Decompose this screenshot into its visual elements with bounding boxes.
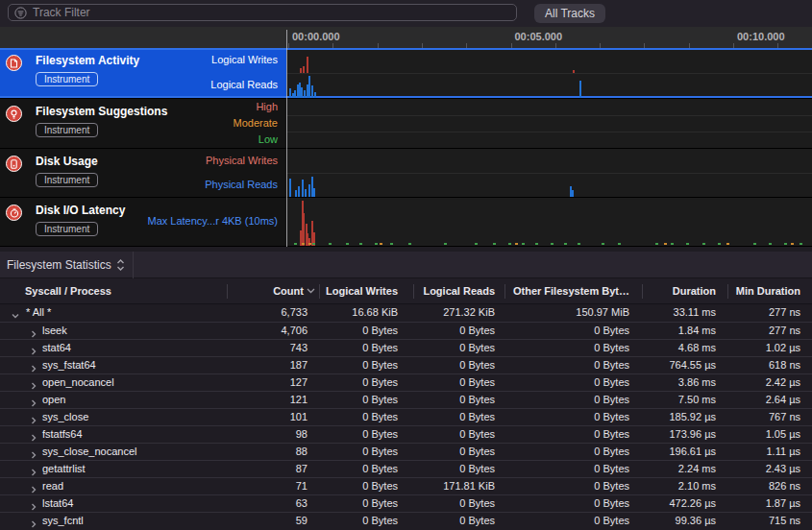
cell-logical-reads: 271.32 KiB — [413, 304, 495, 322]
column-header-logical-reads[interactable]: Logical Reads — [413, 278, 504, 304]
disclosure-expanded-icon[interactable] — [11, 307, 21, 318]
tracks-area: Filesystem ActivityInstrumentLogical Wri… — [0, 48, 812, 247]
suggestion-bulb-icon — [6, 106, 22, 122]
disclosure-collapsed-icon[interactable] — [29, 395, 39, 405]
syscall-name: lstat64 — [42, 495, 73, 513]
baseline-dot-green — [753, 243, 756, 245]
lane-label-low: Low — [258, 133, 278, 145]
baseline-dot-green — [535, 243, 538, 245]
table-row-lstat64[interactable]: lstat64630 Bytes0 Bytes0 Bytes472.26 µs1… — [0, 494, 812, 512]
table-row-lseek[interactable]: lseek4,7060 Bytes0 Bytes0 Bytes1.84 ms27… — [0, 322, 812, 339]
table-row--all-[interactable]: * All *6,73316.68 KiB271.32 KiB150.97 Mi… — [0, 304, 812, 322]
table-row-stat64[interactable]: stat647430 Bytes0 Bytes0 Bytes4.68 ms1.0… — [0, 339, 812, 356]
chart-spike — [313, 188, 315, 197]
cell-min-duration: 1.11 µs — [727, 444, 800, 461]
chart-spike — [302, 180, 304, 197]
cell-duration: 185.92 µs — [642, 409, 716, 426]
disclosure-collapsed-icon[interactable] — [29, 429, 39, 440]
table-row-open-nocancel[interactable]: open_nocancel1270 Bytes0 Bytes0 Bytes3.8… — [0, 373, 812, 391]
track-filesystem-activity[interactable]: Filesystem ActivityInstrumentLogical Wri… — [0, 48, 812, 99]
track-header[interactable]: Filesystem SuggestionsInstrumentHighMode… — [0, 99, 286, 148]
column-header-min-duration[interactable]: Min Duration — [727, 278, 812, 304]
cell-logical-reads: 0 Bytes — [413, 409, 495, 426]
disclosure-collapsed-icon[interactable] — [29, 325, 39, 336]
track-filter-placeholder: Track Filter — [33, 6, 90, 19]
table-row-fstatfs64[interactable]: fstatfs64980 Bytes0 Bytes0 Bytes173.96 µ… — [0, 425, 812, 443]
track-graph[interactable] — [286, 48, 812, 98]
cell-count: 187 — [227, 357, 308, 374]
detail-view-bar: Filesystem Statistics — [0, 252, 812, 278]
syscall-name: sys_fcntl — [42, 513, 84, 530]
cell-duration: 33.11 ms — [642, 304, 716, 322]
table-row-read[interactable]: read710 Bytes171.81 KiB0 Bytes2.10 ms826… — [0, 477, 812, 494]
track-disk-i-o-latency[interactable]: Disk I/O LatencyInstrumentMax Latency...… — [0, 198, 812, 247]
track-title: Filesystem Suggestions — [36, 105, 167, 118]
disclosure-collapsed-icon[interactable] — [29, 481, 39, 492]
disclosure-collapsed-icon[interactable] — [29, 412, 39, 422]
playhead-line — [286, 30, 287, 247]
cell-other-filesystem-byt-: 0 Bytes — [504, 340, 629, 357]
baseline-dot-green — [359, 243, 362, 245]
column-header-duration[interactable]: Duration — [642, 278, 727, 304]
baseline-dot-green — [718, 243, 721, 245]
detail-view-selector[interactable]: Filesystem Statistics — [7, 258, 111, 272]
table-row-open[interactable]: open1210 Bytes0 Bytes0 Bytes7.50 ms2.64 … — [0, 391, 812, 408]
cell-count: 98 — [227, 426, 308, 444]
track-filter-input[interactable]: Track Filter — [8, 4, 517, 21]
cell-other-filesystem-byt-: 0 Bytes — [504, 461, 629, 478]
baseline-dot-green — [769, 243, 772, 245]
lane-label-moderate: Moderate — [234, 117, 278, 129]
chart-spike — [305, 189, 307, 197]
ruler-time-label: 00:10.000 — [737, 31, 785, 42]
disclosure-collapsed-icon[interactable] — [29, 446, 39, 457]
table-row-sys-fstat64[interactable]: sys_fstat641870 Bytes0 Bytes0 Bytes764.5… — [0, 356, 812, 373]
timeline-ruler[interactable]: 00:00.00000:05.00000:10.000 — [0, 27, 812, 48]
cell-count: 101 — [227, 409, 308, 426]
baseline-dot-green — [408, 243, 411, 245]
track-header[interactable]: Disk I/O LatencyInstrumentMax Latency...… — [0, 198, 286, 246]
lane-label-logical-writes: Logical Writes — [211, 54, 278, 65]
cell-duration: 196.61 µs — [642, 444, 716, 461]
cell-logical-writes: 0 Bytes — [319, 340, 398, 357]
disclosure-collapsed-icon[interactable] — [29, 516, 39, 526]
disclosure-collapsed-icon[interactable] — [29, 464, 39, 474]
column-header-other-filesystem-byt-[interactable]: Other Filesystem Byt… — [504, 278, 642, 304]
filesystem-activity-icon — [6, 55, 22, 71]
track-graph[interactable] — [286, 149, 812, 197]
track-title: Filesystem Activity — [36, 54, 139, 67]
track-disk-usage[interactable]: Disk UsageInstrumentPhysical WritesPhysi… — [0, 149, 812, 198]
disclosure-collapsed-icon[interactable] — [29, 498, 39, 509]
column-header-logical-writes[interactable]: Logical Writes — [319, 278, 413, 304]
track-header[interactable]: Filesystem ActivityInstrumentLogical Wri… — [0, 48, 286, 98]
cell-min-duration: 1.05 µs — [727, 426, 800, 444]
cell-other-filesystem-byt-: 0 Bytes — [504, 426, 629, 444]
table-row-sys-close-nocancel[interactable]: sys_close_nocancel880 Bytes0 Bytes0 Byte… — [0, 443, 812, 460]
track-graph[interactable] — [286, 99, 812, 148]
column-header-count[interactable]: Count — [227, 278, 319, 304]
track-graph[interactable] — [286, 198, 812, 246]
table-row-getattrlist[interactable]: getattrlist870 Bytes0 Bytes0 Bytes2.24 m… — [0, 460, 812, 477]
table-row-sys-close[interactable]: sys_close1010 Bytes0 Bytes0 Bytes185.92 … — [0, 408, 812, 425]
header-divider — [227, 284, 228, 299]
cell-min-duration: 1.02 µs — [727, 340, 800, 357]
disclosure-collapsed-icon[interactable] — [29, 360, 39, 371]
cell-min-duration: 618 ns — [727, 357, 800, 374]
cell-duration: 2.10 ms — [642, 478, 716, 495]
cell-other-filesystem-byt-: 0 Bytes — [504, 478, 629, 495]
column-header-syscall-process[interactable]: Syscall / Process — [0, 278, 227, 304]
disclosure-collapsed-icon[interactable] — [29, 377, 39, 388]
chevron-up-down-icon[interactable] — [116, 258, 125, 272]
cell-logical-reads: 0 Bytes — [413, 323, 495, 340]
cell-duration: 764.55 µs — [642, 357, 716, 374]
all-tracks-button[interactable]: All Tracks — [534, 4, 605, 23]
chart-spike — [298, 186, 300, 197]
baseline-dot-green — [602, 243, 604, 245]
track-filesystem-suggestions[interactable]: Filesystem SuggestionsInstrumentHighMode… — [0, 99, 812, 149]
cell-count: 59 — [227, 513, 308, 530]
disclosure-collapsed-icon[interactable] — [29, 343, 39, 353]
cell-count: 71 — [227, 478, 308, 495]
lane-label-physical-reads: Physical Reads — [205, 179, 278, 190]
baseline-dot-orange — [515, 243, 518, 245]
table-row-sys-fcntl[interactable]: sys_fcntl590 Bytes0 Bytes0 Bytes99.36 µs… — [0, 512, 812, 529]
track-header[interactable]: Disk UsageInstrumentPhysical WritesPhysi… — [0, 149, 286, 197]
